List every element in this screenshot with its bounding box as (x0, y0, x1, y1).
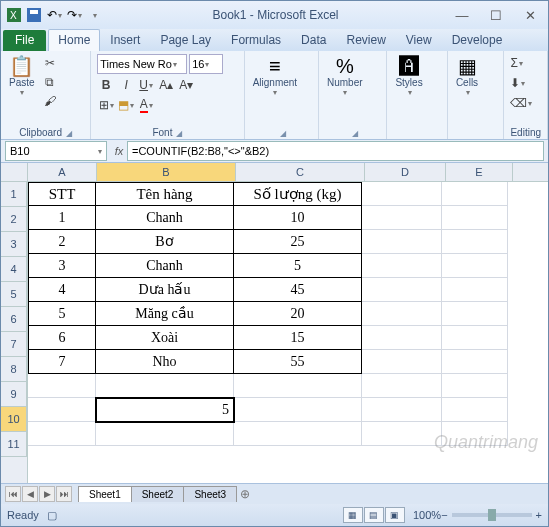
cell-E2[interactable] (442, 206, 508, 230)
tab-data[interactable]: Data (291, 29, 336, 51)
cell-E9[interactable] (442, 374, 508, 398)
cell-D2[interactable] (362, 206, 442, 230)
autosum-button[interactable]: Σ▾ (510, 54, 522, 72)
undo-icon[interactable]: ↶▾ (45, 6, 63, 24)
fx-icon[interactable]: fx (111, 145, 127, 157)
cell-A4[interactable]: 3 (28, 254, 96, 278)
macro-record-icon[interactable]: ▢ (47, 509, 57, 522)
cell-B4[interactable]: Chanh (96, 254, 234, 278)
cell-A6[interactable]: 5 (28, 302, 96, 326)
cell-D9[interactable] (362, 374, 442, 398)
cell-D3[interactable] (362, 230, 442, 254)
tab-developer[interactable]: Develope (442, 29, 513, 51)
tab-insert[interactable]: Insert (100, 29, 150, 51)
zoom-slider[interactable]: − + (441, 509, 542, 521)
cell-C5[interactable]: 45 (234, 278, 362, 302)
sheet-next-icon[interactable]: ▶ (39, 486, 55, 502)
cell-D4[interactable] (362, 254, 442, 278)
dialog-launcher-icon[interactable]: ◢ (352, 129, 358, 138)
col-header-D[interactable]: D (365, 163, 446, 181)
tab-page-layout[interactable]: Page Lay (150, 29, 221, 51)
cell-C9[interactable] (234, 374, 362, 398)
cell-D1[interactable] (362, 182, 442, 206)
fill-color-button[interactable]: ⬒▾ (117, 96, 135, 114)
row-header-4[interactable]: 4 (1, 257, 27, 282)
col-header-A[interactable]: A (28, 163, 97, 181)
redo-icon[interactable]: ↷▾ (65, 6, 83, 24)
cell-A5[interactable]: 4 (28, 278, 96, 302)
col-header-C[interactable]: C (236, 163, 365, 181)
styles-button[interactable]: 🅰Styles▾ (393, 54, 424, 99)
sheet-tab-2[interactable]: Sheet2 (131, 486, 185, 502)
row-header-1[interactable]: 1 (1, 182, 27, 207)
cell-B10[interactable]: 5 (96, 398, 234, 422)
cell-E11[interactable] (442, 422, 508, 446)
row-header-10[interactable]: 10 (1, 407, 27, 432)
row-header-7[interactable]: 7 (1, 332, 27, 357)
row-header-5[interactable]: 5 (1, 282, 27, 307)
cell-A7[interactable]: 6 (28, 326, 96, 350)
save-icon[interactable] (25, 6, 43, 24)
excel-icon[interactable]: X (5, 6, 23, 24)
cells-button[interactable]: ▦Cells▾ (454, 54, 480, 99)
cell-B7[interactable]: Xoài (96, 326, 234, 350)
cell-C3[interactable]: 25 (234, 230, 362, 254)
cell-C4[interactable]: 5 (234, 254, 362, 278)
cell-B3[interactable]: Bơ (96, 230, 234, 254)
cell-A10[interactable] (28, 398, 96, 422)
cell-C7[interactable]: 15 (234, 326, 362, 350)
cell-A11[interactable] (28, 422, 96, 446)
cell-D5[interactable] (362, 278, 442, 302)
dialog-launcher-icon[interactable]: ◢ (176, 129, 182, 138)
row-header-11[interactable]: 11 (1, 432, 27, 457)
tab-review[interactable]: Review (336, 29, 395, 51)
cell-B8[interactable]: Nho (96, 350, 234, 374)
bold-button[interactable]: B (97, 76, 115, 94)
cell-C11[interactable] (234, 422, 362, 446)
cell-E6[interactable] (442, 302, 508, 326)
row-header-9[interactable]: 9 (1, 382, 27, 407)
cell-A9[interactable] (28, 374, 96, 398)
zoom-level[interactable]: 100% (413, 509, 441, 521)
cell-A2[interactable]: 1 (28, 206, 96, 230)
number-format-button[interactable]: %Number▾ (325, 54, 365, 99)
select-all-button[interactable] (1, 163, 28, 182)
cell-E8[interactable] (442, 350, 508, 374)
sheet-last-icon[interactable]: ⏭ (56, 486, 72, 502)
dialog-launcher-icon[interactable]: ◢ (280, 129, 286, 138)
font-size-selector[interactable]: 16▾ (189, 54, 223, 74)
font-color-button[interactable]: A▾ (137, 96, 155, 114)
row-header-3[interactable]: 3 (1, 232, 27, 257)
paste-button[interactable]: 📋 Paste ▾ (7, 54, 37, 99)
sheet-first-icon[interactable]: ⏮ (5, 486, 21, 502)
cell-E5[interactable] (442, 278, 508, 302)
col-header-B[interactable]: B (97, 163, 236, 181)
normal-view-icon[interactable]: ▦ (343, 507, 363, 523)
italic-button[interactable]: I (117, 76, 135, 94)
cut-icon[interactable]: ✂ (41, 54, 59, 72)
cell-D10[interactable] (362, 398, 442, 422)
formula-input[interactable]: =COUNTIF(B2:B8,"<>"&B2) (127, 141, 544, 161)
shrink-font-button[interactable]: A▾ (177, 76, 195, 94)
cell-E7[interactable] (442, 326, 508, 350)
cell-B1[interactable]: Tên hàng (96, 182, 234, 206)
sheet-tab-1[interactable]: Sheet1 (78, 486, 132, 502)
cell-D6[interactable] (362, 302, 442, 326)
dialog-launcher-icon[interactable]: ◢ (66, 129, 72, 138)
qat-customize-icon[interactable]: ▾ (85, 6, 103, 24)
grow-font-button[interactable]: A▴ (157, 76, 175, 94)
cell-A1[interactable]: STT (28, 182, 96, 206)
copy-icon[interactable]: ⧉ (41, 73, 59, 91)
sheet-prev-icon[interactable]: ◀ (22, 486, 38, 502)
close-button[interactable]: ✕ (516, 6, 544, 24)
cell-B11[interactable] (96, 422, 234, 446)
cell-B6[interactable]: Măng cầu (96, 302, 234, 326)
cell-C8[interactable]: 55 (234, 350, 362, 374)
row-header-2[interactable]: 2 (1, 207, 27, 232)
maximize-button[interactable]: ☐ (482, 6, 510, 24)
zoom-out-icon[interactable]: − (441, 509, 447, 521)
cell-B2[interactable]: Chanh (96, 206, 234, 230)
row-header-6[interactable]: 6 (1, 307, 27, 332)
cell-B9[interactable] (96, 374, 234, 398)
col-header-E[interactable]: E (446, 163, 513, 181)
